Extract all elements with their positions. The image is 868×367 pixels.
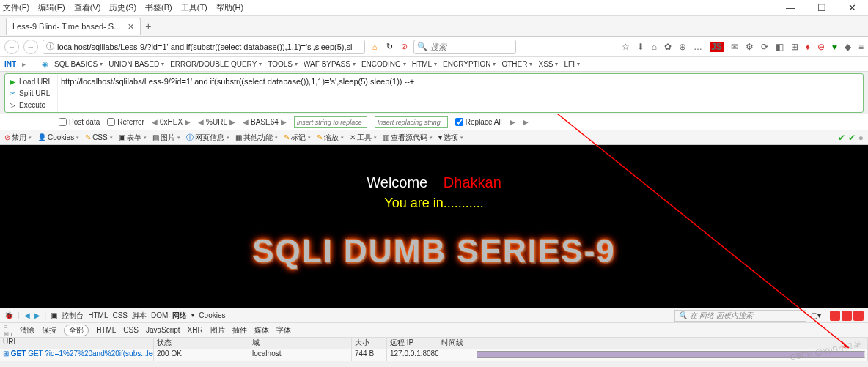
dev-tab-cookies[interactable]: Cookies: [199, 311, 225, 319]
cookies-menu[interactable]: 👤Cookies: [37, 133, 79, 141]
css-menu[interactable]: ✎CSS: [85, 133, 113, 141]
gear-icon[interactable]: ⚙: [746, 42, 754, 52]
misc-menu[interactable]: ▦其他功能: [235, 133, 278, 143]
dev-tab-html[interactable]: HTML: [88, 311, 108, 319]
hb-html[interactable]: HTML: [412, 60, 437, 68]
menu-help[interactable]: 帮助(H): [216, 2, 243, 13]
dev-min[interactable]: [830, 311, 840, 321]
execute-button[interactable]: ▷Execute: [8, 101, 54, 109]
split-url-button[interactable]: ✂Split URL: [8, 89, 54, 97]
replace-go2[interactable]: ▶: [523, 118, 529, 126]
grid-icon[interactable]: ⊞: [791, 42, 798, 52]
dev-pop[interactable]: [842, 311, 852, 321]
back-button[interactable]: ←: [4, 40, 19, 54]
window-close[interactable]: ✕: [848, 2, 856, 13]
resize-menu[interactable]: ✎缩放: [317, 133, 344, 143]
diamond-icon[interactable]: ♦: [806, 42, 810, 52]
disable-menu[interactable]: ⊘禁用: [4, 133, 32, 143]
new-tab-button[interactable]: +: [145, 21, 151, 32]
hb-encryption[interactable]: ENCRYPTION: [443, 60, 496, 68]
hb-encoding[interactable]: ENCODING: [361, 60, 406, 68]
shield-icon[interactable]: ♥: [832, 42, 837, 52]
star-icon[interactable]: ☆: [622, 42, 630, 52]
col-size[interactable]: 大小: [352, 338, 387, 349]
more-icon[interactable]: …: [694, 42, 702, 52]
menu-icon[interactable]: ≡: [858, 42, 864, 52]
tab-close-icon[interactable]: ✕: [128, 22, 134, 31]
noscript-icon[interactable]: ⊘: [399, 42, 409, 52]
dev-tab-css[interactable]: CSS: [112, 311, 128, 319]
b64-chip[interactable]: ◀BASE64▶: [243, 118, 287, 126]
replaceall-checkbox[interactable]: Replace All: [455, 118, 502, 126]
keep-button[interactable]: 保持: [42, 325, 56, 336]
filter-html[interactable]: HTML: [96, 326, 116, 334]
js-icon[interactable]: JS: [710, 42, 724, 52]
address-bar[interactable]: ⓘ localhost: [43, 40, 365, 54]
refresh-icon[interactable]: ⟳: [761, 42, 768, 52]
menu-view[interactable]: 查看(V): [74, 2, 101, 13]
firebug-icon[interactable]: 🐞: [4, 311, 13, 319]
col-ip[interactable]: 远程 IP: [387, 338, 438, 349]
filter-plugin[interactable]: 插件: [232, 325, 247, 336]
downloads-icon[interactable]: ⬇: [637, 42, 644, 52]
filter-js[interactable]: JavaScript: [146, 326, 180, 334]
hb-tools[interactable]: TOOLS: [268, 60, 298, 68]
menu-file[interactable]: 文件(F): [3, 2, 29, 13]
plus-icon[interactable]: ⊕: [679, 42, 686, 52]
url-chip[interactable]: ◀%URL▶: [198, 118, 235, 126]
dev-tab-script[interactable]: 脚本: [132, 311, 147, 321]
insert-replace-input[interactable]: [375, 116, 448, 128]
browser-tab[interactable]: Less-9 Blind- Time based- S... ✕: [6, 18, 141, 35]
load-url-button[interactable]: ▶Load URL: [8, 78, 54, 86]
forms-menu[interactable]: ▣表单: [119, 133, 147, 143]
dev-dd[interactable]: ▢▾: [811, 311, 821, 319]
forward-button[interactable]: →: [23, 40, 38, 54]
network-row[interactable]: ⊞ GET GET ?id=1%27%20and%20if(subs...lee…: [0, 349, 868, 361]
dev-prev[interactable]: ◀: [24, 311, 30, 319]
col-domain[interactable]: 域: [249, 338, 352, 349]
hex-chip[interactable]: ◀0xHEX▶: [152, 118, 191, 126]
hackbar-url-input[interactable]: [61, 77, 860, 86]
replace-go[interactable]: ▶: [510, 118, 515, 126]
clear-button[interactable]: 清除: [20, 325, 34, 336]
dev-next[interactable]: ▶: [34, 311, 40, 319]
menu-bookmarks[interactable]: 书签(B): [145, 2, 172, 13]
col-url[interactable]: URL: [0, 338, 154, 349]
hb-int[interactable]: INT: [4, 60, 16, 68]
hb-lfi[interactable]: LFI: [564, 60, 579, 68]
info-icon[interactable]: ⓘ: [46, 41, 54, 52]
hb-error[interactable]: ERROR/DOUBLE QUERY: [170, 60, 262, 68]
hb-other[interactable]: OTHER: [501, 60, 532, 68]
hb-xss[interactable]: XSS: [538, 60, 558, 68]
options-menu[interactable]: ▾选项: [438, 133, 463, 143]
filter-media[interactable]: 媒体: [254, 325, 269, 336]
dev-close[interactable]: [853, 311, 864, 321]
filter-img[interactable]: 图片: [210, 325, 225, 336]
search-box[interactable]: 🔍: [413, 40, 516, 54]
menu-edit[interactable]: 编辑(E): [38, 2, 65, 13]
referrer-checkbox[interactable]: Referrer: [107, 118, 144, 126]
ab-icon[interactable]: ⊖: [817, 42, 825, 52]
filter-font[interactable]: 字体: [276, 325, 291, 336]
filter-css[interactable]: CSS: [123, 326, 139, 334]
dev-tab-console[interactable]: 控制台: [62, 311, 84, 321]
diamond2-icon[interactable]: ◆: [845, 42, 851, 52]
insert-string-input[interactable]: [294, 116, 367, 128]
search-input[interactable]: [430, 42, 504, 51]
window-maximize[interactable]: ☐: [817, 2, 826, 13]
filter-all[interactable]: 全部: [64, 325, 89, 336]
dev-inspect-icon[interactable]: ▣: [51, 311, 57, 319]
home2-icon[interactable]: ⌂: [652, 42, 657, 52]
pageinfo-menu[interactable]: ⓘ网页信息: [186, 133, 229, 143]
hb-sqlbasics[interactable]: SQL BASICS: [54, 60, 103, 68]
images-menu[interactable]: ▤图片: [152, 133, 180, 143]
menu-tools[interactable]: 工具(T): [181, 2, 207, 13]
dev-tab-dom[interactable]: DOM: [151, 311, 168, 319]
filter-xhr[interactable]: XHR: [188, 326, 203, 334]
khr-icon[interactable]: ≡khr: [4, 324, 12, 337]
postdata-checkbox[interactable]: Post data: [59, 118, 100, 126]
col-status[interactable]: 状态: [154, 338, 249, 349]
outline-menu[interactable]: ✎标记: [284, 133, 311, 143]
dev-tab-network[interactable]: 网络: [172, 311, 187, 321]
mail-icon[interactable]: ✉: [731, 42, 738, 52]
